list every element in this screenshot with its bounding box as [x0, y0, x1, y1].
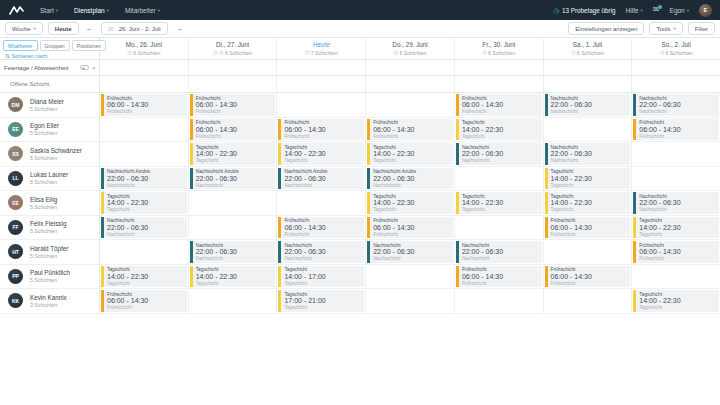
employee-row[interactable]: LLLukas Launer5 Schichten: [0, 167, 99, 192]
shift-cell[interactable]: Nachtschicht Azubis22:00 - 06:30Nachtsch…: [188, 167, 277, 191]
shift-cell[interactable]: Frühschicht06:00 - 14:30Frühschicht: [188, 118, 277, 142]
nav-menu-dienstplan[interactable]: Dienstplan▾: [74, 7, 109, 14]
shift-cell[interactable]: [188, 289, 277, 313]
shift-cell[interactable]: [100, 240, 188, 264]
shift-card[interactable]: Nachtschicht22:00 - 06:30Nachtschicht: [456, 143, 542, 165]
empty-cell[interactable]: [631, 60, 720, 76]
shift-card[interactable]: Frühschicht06:00 - 14:30Frühschicht: [101, 290, 187, 312]
view-mode-select[interactable]: Woche▾: [5, 22, 43, 35]
shift-cell[interactable]: Nachtschicht Azubis22:00 - 06:30Nachtsch…: [365, 167, 454, 191]
employee-row[interactable]: SSSaskia Schwänzer5 Schichten: [0, 142, 99, 167]
empty-cell[interactable]: [454, 60, 543, 76]
shift-card[interactable]: Tagschicht14:00 - 22:30Tagschicht: [101, 266, 187, 288]
shift-cell[interactable]: Tagschicht14:00 - 22:30Tagschicht: [454, 191, 543, 215]
shift-cell[interactable]: Nachtschicht22:00 - 06:30Nachtschicht: [276, 240, 365, 264]
shift-cell[interactable]: Tagschicht14:00 - 22:30Tagschicht: [631, 289, 720, 313]
shift-card[interactable]: Frühschicht06:00 - 14:30Frühschicht: [190, 119, 276, 141]
shift-cell[interactable]: Nachtschicht22:00 - 06:30Nachtschicht: [188, 240, 277, 264]
shift-card[interactable]: Frühschicht06:00 - 14:30Frühschicht: [456, 266, 542, 288]
shift-cell[interactable]: [100, 142, 188, 166]
shift-cell[interactable]: [276, 93, 365, 117]
shift-cell[interactable]: Frühschicht06:00 - 14:30Frühschicht: [276, 118, 365, 142]
open-shift-row[interactable]: Offene Schicht: [0, 76, 99, 93]
employee-row[interactable]: EEEgon Eiler5 Schichten: [0, 118, 99, 143]
settings-button[interactable]: Einstellungen anzeigen: [568, 22, 644, 35]
shift-cell[interactable]: Nachtschicht22:00 - 06:30Nachtschicht: [543, 93, 632, 117]
day-header-4[interactable]: Do., 29. Juni◷6 Schichten: [365, 38, 454, 59]
trial-days-badge[interactable]: ◷ 13 Probetage übrig: [553, 7, 616, 14]
empty-cell[interactable]: [543, 60, 632, 76]
shift-card[interactable]: Frühschicht06:00 - 14:30Frühschicht: [278, 217, 364, 239]
chevron-down-icon[interactable]: ▾: [92, 65, 95, 71]
shift-card[interactable]: Nachtschicht22:00 - 06:30Nachtschicht: [101, 217, 187, 239]
shift-card[interactable]: Frühschicht06:00 - 14:30Frühschicht: [367, 119, 453, 141]
shift-card[interactable]: Nachtschicht Azubis22:00 - 06:30Nachtsch…: [278, 168, 364, 190]
tab-gruppen[interactable]: Gruppen: [40, 40, 70, 51]
shift-cell[interactable]: [543, 289, 632, 313]
nav-menu-start[interactable]: Start▾: [40, 7, 58, 14]
shift-card[interactable]: Tagschicht14:00 - 17:00Tagschicht: [278, 266, 364, 288]
shift-card[interactable]: Nachtschicht22:00 - 06:30Nachtschicht: [633, 192, 719, 214]
day-header-3[interactable]: Heute◷7 Schichten: [276, 38, 365, 59]
next-week-button[interactable]: →: [173, 24, 185, 33]
shift-card[interactable]: Frühschicht06:00 - 14:30Frühschicht: [456, 94, 542, 116]
day-header-7[interactable]: So., 2. Juli◷6 Schichten: [631, 38, 720, 59]
today-button[interactable]: Heute: [48, 22, 79, 35]
empty-cell[interactable]: [543, 76, 632, 93]
shift-cell[interactable]: [188, 191, 277, 215]
day-header-5[interactable]: Fr., 30. Juni◷6 Schichten: [454, 38, 543, 59]
empty-cell[interactable]: [365, 60, 454, 76]
employee-row[interactable]: KKKevin Kannix3 Schichten: [0, 289, 99, 314]
prev-week-button[interactable]: ←: [84, 24, 96, 33]
shift-cell[interactable]: Frühschicht06:00 - 14:30Frühschicht: [543, 265, 632, 289]
employee-row[interactable]: DMDiana Meier5 Schichten: [0, 93, 99, 118]
holidays-absence-row[interactable]: Feiertage / Abwesenheit ▾: [0, 60, 99, 76]
shift-cell[interactable]: Frühschicht06:00 - 14:30Frühschicht: [365, 118, 454, 142]
shift-cell[interactable]: Nachtschicht22:00 - 06:30Nachtschicht: [631, 93, 720, 117]
shift-cell[interactable]: Nachtschicht22:00 - 06:30Nachtschicht: [454, 240, 543, 264]
shift-cell[interactable]: Frühschicht06:00 - 14:30Frühschicht: [100, 289, 188, 313]
shift-cell[interactable]: Nachtschicht22:00 - 06:30Nachtschicht: [543, 142, 632, 166]
help-menu[interactable]: Hilfe▾: [626, 7, 643, 14]
shift-cell[interactable]: Tagschicht14:00 - 22:30Tagschicht: [188, 142, 277, 166]
shift-card[interactable]: Tagschicht14:00 - 22:30Tagschicht: [367, 192, 453, 214]
empty-cell[interactable]: [631, 76, 720, 93]
empty-cell[interactable]: [276, 76, 365, 93]
employee-row[interactable]: PPPaul Pünktlich5 Schichten: [0, 265, 99, 290]
shift-card[interactable]: Tagschicht14:00 - 22:30Tagschicht: [190, 266, 276, 288]
shift-card[interactable]: Tagschicht14:00 - 22:30Tagschicht: [367, 143, 453, 165]
shift-cell[interactable]: [543, 118, 632, 142]
shift-card[interactable]: Frühschicht06:00 - 14:30Frühschicht: [190, 94, 276, 116]
shift-cell[interactable]: [454, 289, 543, 313]
date-range-box[interactable]: 26 26. Juni - 2. Juli: [101, 22, 168, 35]
employee-row[interactable]: EEElisa Eilig5 Schichten: [0, 191, 99, 216]
shift-cell[interactable]: Tagschicht14:00 - 22:30Tagschicht: [365, 142, 454, 166]
shift-cell[interactable]: Tagschicht17:00 - 21:00Tagschicht: [276, 289, 365, 313]
shift-cell[interactable]: Frühschicht06:00 - 14:30Frühschicht: [631, 240, 720, 264]
sort-by-link[interactable]: ⇅ Sortieren nach: [5, 53, 96, 59]
day-header-1[interactable]: Mo., 26. Juni◷6 Schichten: [100, 38, 188, 59]
shift-cell[interactable]: [188, 216, 277, 240]
shift-cell[interactable]: [454, 167, 543, 191]
shift-cell[interactable]: Frühschicht06:00 - 14:30Frühschicht: [276, 216, 365, 240]
shift-cell[interactable]: Nachtschicht22:00 - 06:30Nachtschicht: [100, 216, 188, 240]
shift-cell[interactable]: Tagschicht14:00 - 22:30Tagschicht: [276, 142, 365, 166]
shift-card[interactable]: Frühschicht06:00 - 14:30Frühschicht: [633, 119, 719, 141]
shift-cell[interactable]: [543, 240, 632, 264]
shift-cell[interactable]: Tagschicht14:00 - 22:30Tagschicht: [543, 167, 632, 191]
shift-card[interactable]: Nachtschicht Azubis22:00 - 06:30Nachtsch…: [367, 168, 453, 190]
shift-cell[interactable]: Nachtschicht22:00 - 06:30Nachtschicht: [631, 191, 720, 215]
shift-card[interactable]: Nachtschicht22:00 - 06:30Nachtschicht: [545, 94, 631, 116]
shift-card[interactable]: Frühschicht06:00 - 14:30Frühschicht: [101, 94, 187, 116]
shift-card[interactable]: Tagschicht14:00 - 22:30Tagschicht: [633, 217, 719, 239]
empty-cell[interactable]: [188, 76, 277, 93]
tools-button[interactable]: Tools▾: [649, 22, 682, 35]
shift-card[interactable]: Nachtschicht22:00 - 06:30Nachtschicht: [545, 143, 631, 165]
user-avatar[interactable]: E: [699, 4, 712, 17]
visibility-toggle-icon[interactable]: [80, 65, 89, 70]
shift-cell[interactable]: Frühschicht06:00 - 14:30Frühschicht: [100, 93, 188, 117]
shift-card[interactable]: Tagschicht14:00 - 22:30Tagschicht: [190, 143, 276, 165]
shift-card[interactable]: Frühschicht06:00 - 14:30Frühschicht: [545, 217, 631, 239]
shift-card[interactable]: Nachtschicht Azubis22:00 - 06:30Nachtsch…: [190, 168, 276, 190]
empty-cell[interactable]: [188, 60, 277, 76]
